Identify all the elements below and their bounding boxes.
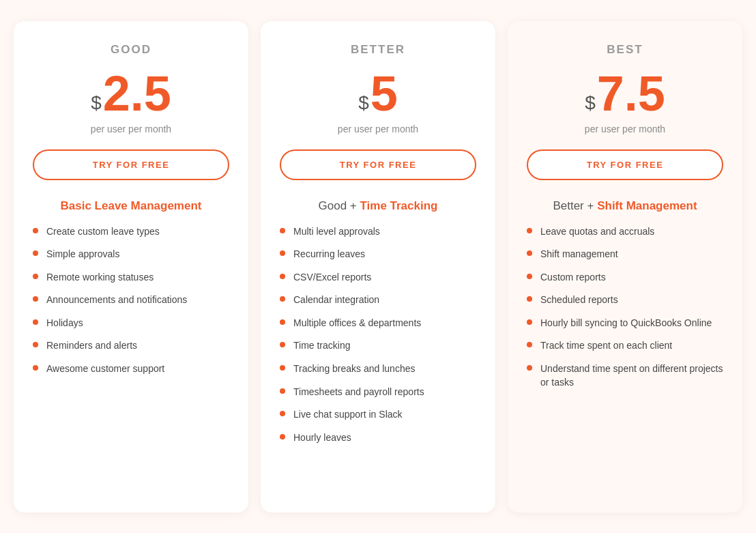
bullet-icon bbox=[280, 319, 285, 325]
list-item: Leave quotas and accruals bbox=[527, 225, 723, 239]
list-item: Reminders and alerts bbox=[33, 339, 229, 353]
bullet-icon bbox=[280, 388, 285, 394]
bullet-icon bbox=[33, 250, 38, 256]
bullet-icon bbox=[33, 319, 38, 325]
feature-text: Hourly leaves bbox=[293, 431, 351, 445]
feature-text: Time tracking bbox=[293, 339, 351, 353]
list-item: Hourly bill syncing to QuickBooks Online bbox=[527, 317, 723, 330]
bullet-icon bbox=[280, 296, 285, 302]
price-sub-best: per user per month bbox=[527, 124, 723, 134]
bullet-icon bbox=[527, 365, 532, 371]
try-btn-better[interactable]: TRY FOR FREE bbox=[280, 149, 476, 180]
price-sub-better: per user per month bbox=[280, 124, 476, 134]
try-btn-best[interactable]: TRY FOR FREE bbox=[527, 149, 723, 180]
bullet-icon bbox=[33, 228, 38, 233]
feature-list-better: Multi level approvalsRecurring leavesCSV… bbox=[280, 225, 476, 445]
feature-text: Leave quotas and accruals bbox=[540, 225, 654, 239]
price-dollar-good: $ bbox=[91, 93, 102, 113]
bullet-icon bbox=[33, 342, 38, 347]
bullet-icon bbox=[280, 411, 285, 416]
feature-text: Multi level approvals bbox=[293, 225, 380, 239]
list-item: Create custom leave types bbox=[33, 225, 229, 239]
list-item: Holidays bbox=[33, 317, 229, 330]
list-item: Live chat support in Slack bbox=[280, 408, 476, 422]
list-item: Recurring leaves bbox=[280, 248, 476, 261]
price-row-better: $5 bbox=[280, 69, 476, 118]
bullet-icon bbox=[33, 296, 38, 302]
bullet-icon bbox=[33, 274, 38, 279]
list-item: Tracking breaks and lunches bbox=[280, 362, 476, 376]
list-item: Scheduled reports bbox=[527, 293, 723, 307]
plan-card-good: GOOD$2.5per user per monthTRY FOR FREEBa… bbox=[14, 21, 248, 513]
plan-name-best: BEST bbox=[527, 43, 723, 57]
bullet-icon bbox=[33, 365, 38, 371]
plan-name-good: GOOD bbox=[33, 43, 229, 57]
list-item: Hourly leaves bbox=[280, 431, 476, 445]
try-btn-good[interactable]: TRY FOR FREE bbox=[33, 149, 229, 180]
price-row-good: $2.5 bbox=[33, 69, 229, 118]
feature-text: Tracking breaks and lunches bbox=[293, 362, 415, 376]
feature-text: Reminders and alerts bbox=[46, 339, 137, 353]
plan-name-better: BETTER bbox=[280, 43, 476, 57]
feature-text: Scheduled reports bbox=[540, 293, 618, 307]
plan-title-best: Better + Shift Management bbox=[527, 199, 723, 213]
list-item: Time tracking bbox=[280, 339, 476, 353]
list-item: CSV/Excel reports bbox=[280, 271, 476, 285]
list-item: Calendar integration bbox=[280, 293, 476, 307]
bullet-icon bbox=[280, 228, 285, 233]
price-row-best: $7.5 bbox=[527, 69, 723, 118]
list-item: Announcements and notifications bbox=[33, 293, 229, 307]
feature-text: Live chat support in Slack bbox=[293, 408, 403, 422]
bullet-icon bbox=[527, 250, 532, 256]
feature-text: Shift management bbox=[540, 248, 618, 261]
list-item: Understand time spent on different proje… bbox=[527, 362, 723, 389]
bullet-icon bbox=[280, 274, 285, 279]
feature-text: Holidays bbox=[46, 317, 83, 330]
bullet-icon bbox=[280, 365, 285, 371]
feature-text: Custom reports bbox=[540, 271, 606, 285]
feature-text: Understand time spent on different proje… bbox=[540, 362, 723, 389]
feature-text: Timesheets and payroll reports bbox=[293, 386, 424, 399]
list-item: Timesheets and payroll reports bbox=[280, 386, 476, 399]
price-sub-good: per user per month bbox=[33, 124, 229, 134]
price-amount-better: 5 bbox=[370, 69, 398, 118]
feature-text: Multiple offices & departments bbox=[293, 317, 421, 330]
plan-title-good: Basic Leave Management bbox=[33, 199, 229, 213]
feature-text: Recurring leaves bbox=[293, 248, 365, 261]
feature-text: Hourly bill syncing to QuickBooks Online bbox=[540, 317, 712, 330]
feature-text: Create custom leave types bbox=[46, 225, 160, 239]
price-dollar-best: $ bbox=[585, 93, 596, 113]
bullet-icon bbox=[280, 250, 285, 256]
list-item: Multiple offices & departments bbox=[280, 317, 476, 330]
list-item: Simple approvals bbox=[33, 248, 229, 261]
pricing-container: GOOD$2.5per user per monthTRY FOR FREEBa… bbox=[14, 21, 742, 513]
list-item: Awesome customer support bbox=[33, 362, 229, 376]
feature-list-good: Create custom leave typesSimple approval… bbox=[33, 225, 229, 376]
feature-text: CSV/Excel reports bbox=[293, 271, 371, 285]
plan-card-best: BEST$7.5per user per monthTRY FOR FREEBe… bbox=[508, 21, 742, 513]
bullet-icon bbox=[280, 342, 285, 347]
list-item: Custom reports bbox=[527, 271, 723, 285]
feature-text: Awesome customer support bbox=[46, 362, 164, 376]
price-amount-best: 7.5 bbox=[597, 69, 665, 118]
feature-text: Track time spent on each client bbox=[540, 339, 672, 353]
bullet-icon bbox=[527, 274, 532, 279]
feature-text: Calendar integration bbox=[293, 293, 379, 307]
bullet-icon bbox=[527, 228, 532, 233]
list-item: Multi level approvals bbox=[280, 225, 476, 239]
list-item: Shift management bbox=[527, 248, 723, 261]
price-dollar-better: $ bbox=[358, 93, 369, 113]
feature-list-best: Leave quotas and accrualsShift managemen… bbox=[527, 225, 723, 390]
price-amount-good: 2.5 bbox=[103, 69, 171, 118]
plan-title-better: Good + Time Tracking bbox=[280, 199, 476, 213]
list-item: Remote working statuses bbox=[33, 271, 229, 285]
feature-text: Remote working statuses bbox=[46, 271, 154, 285]
list-item: Track time spent on each client bbox=[527, 339, 723, 353]
bullet-icon bbox=[527, 296, 532, 302]
feature-text: Announcements and notifications bbox=[46, 293, 187, 307]
bullet-icon bbox=[527, 319, 532, 325]
bullet-icon bbox=[280, 434, 285, 440]
plan-card-better: BETTER$5per user per monthTRY FOR FREEGo… bbox=[261, 21, 495, 513]
feature-text: Simple approvals bbox=[46, 248, 119, 261]
bullet-icon bbox=[527, 342, 532, 347]
